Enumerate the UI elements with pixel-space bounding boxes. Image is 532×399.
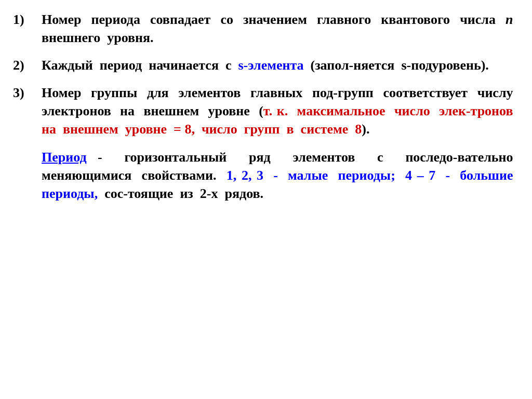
item-text-1: Номер периода совпадает со значением гла… [42,10,516,47]
item3-text-after: ). [362,122,369,137]
item-text-2: Каждый период начинается с s‑элемента (з… [42,56,516,74]
item-text-3: Номер группы для элементов главных под-г… [42,84,516,138]
period-section: Период - горизонтальный ряд элементов с … [10,148,516,203]
item2-s-element: s‑элемента [238,58,304,73]
item1-italic-n: n [506,12,513,27]
item-number-3: 3) [10,84,42,138]
period-text: Период - горизонтальный ряд элементов с … [42,148,516,203]
main-content: 1) Номер периода совпадает со значением … [10,10,516,203]
period-rows-text: сос-тоящие из 2-х рядов. [98,186,263,201]
list-item-1: 1) Номер периода совпадает со значением … [10,10,516,47]
period-word: Период [42,150,87,165]
item2-text-after: (запол-няется s‑подуровень). [304,58,489,73]
item2-text-before: Каждый период начинается с [42,58,238,73]
list-item-2: 2) Каждый период начинается с s‑элемента… [10,56,516,74]
period-indent [10,148,42,203]
item-number-2: 2) [10,56,42,74]
item-number-1: 1) [10,10,42,47]
item1-text-normal: Номер периода совпадает со значением гла… [42,12,506,27]
list-item-3: 3) Номер группы для элементов главных по… [10,84,516,138]
